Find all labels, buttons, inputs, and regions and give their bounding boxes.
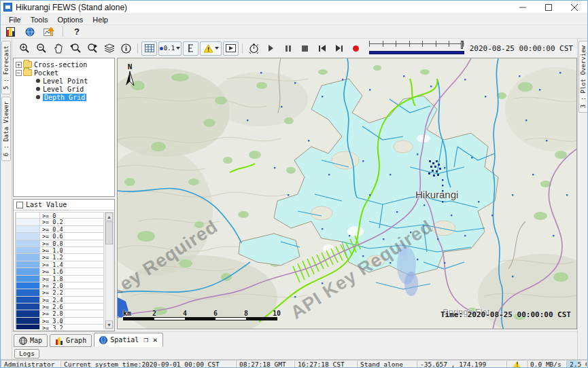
legend-swatch [16, 282, 40, 289]
zoom-next-button[interactable] [84, 41, 100, 56]
profile-button[interactable] [183, 41, 198, 56]
status-memory[interactable]: 2.5 GB [566, 360, 587, 368]
status-warning[interactable] [506, 360, 527, 368]
legend-row[interactable]: >= 2.8 [16, 310, 104, 317]
tree-node-label: Level Grid [43, 86, 84, 93]
warning-icon [203, 44, 213, 53]
globe-icon[interactable] [22, 26, 37, 38]
scale-unit: km [123, 310, 131, 317]
tab-map[interactable]: Map [14, 334, 48, 347]
timeseries-icon[interactable] [41, 26, 56, 38]
scroll-up-icon[interactable]: ▲ [105, 213, 113, 221]
menu-options[interactable]: Options [53, 15, 87, 24]
menu-help[interactable]: Help [88, 15, 112, 24]
north-arrow-icon [124, 71, 135, 86]
blue-globe-icon [99, 336, 107, 344]
undock-icon[interactable]: ❐ [143, 335, 148, 344]
animation-button[interactable] [223, 41, 239, 56]
tab-plot-overview[interactable]: 3 : Plot Overview [578, 41, 588, 113]
last-value-checkbox[interactable] [16, 202, 23, 208]
collapse-icon[interactable]: − [16, 70, 22, 76]
menu-tools[interactable]: Tools [27, 15, 52, 24]
info-icon[interactable] [118, 41, 134, 56]
scroll-down-icon[interactable]: ▼ [105, 320, 113, 329]
zoom-in-button[interactable] [16, 41, 32, 56]
tab-data-viewer[interactable]: 6 : Data Viewer [1, 96, 11, 161]
left-tab-strip: 5 : Forecast 6 : Data Viewer [1, 39, 12, 359]
map-toolbar: 0.1 [12, 39, 577, 58]
zoom-out-button[interactable] [33, 41, 49, 56]
tab-spatial[interactable]: Spatial ❐ ✕ [94, 333, 162, 347]
expand-icon[interactable]: + [16, 62, 22, 68]
menu-bar: File Tools Options Help [1, 14, 587, 25]
tree-node-level-grid[interactable]: Level Grid [36, 85, 114, 93]
warning-dropdown[interactable] [200, 41, 222, 56]
grid-display-button[interactable] [141, 41, 157, 56]
chevron-down-icon [215, 47, 219, 50]
map-canvas[interactable]: API Key Required API Key Required N Hiku… [117, 58, 577, 329]
legend-row[interactable]: >= 0 [16, 212, 104, 219]
pause-icon [286, 45, 291, 52]
menu-file[interactable]: File [5, 15, 25, 24]
main-toolbar: ? [1, 25, 587, 39]
scrollbar-thumb[interactable] [105, 221, 113, 244]
next-frame-button[interactable] [331, 41, 347, 56]
timer-button[interactable] [246, 41, 262, 56]
tree-node-label-selected: Depth Grid [43, 94, 86, 101]
tree-node-pocket[interactable]: − Pocket [16, 69, 114, 77]
tab-label: Graph [66, 337, 86, 344]
timeline-slider[interactable] [369, 41, 464, 56]
previous-frame-button[interactable] [314, 41, 330, 56]
stop-button[interactable] [297, 41, 313, 56]
tree-node-level-point[interactable]: Level Point [36, 77, 114, 85]
threshold-dropdown[interactable]: 0.1 [158, 41, 181, 56]
play-button[interactable] [263, 41, 279, 56]
layers-icon[interactable] [101, 41, 117, 56]
close-tab-icon[interactable]: ✕ [153, 335, 158, 344]
tab-label: Map [30, 337, 42, 344]
legend-swatch [16, 233, 40, 240]
timeline-thumb[interactable] [461, 41, 463, 49]
maximize-button[interactable] [536, 1, 561, 14]
window-title: Hikurangi FEWS (Stand alone) [16, 3, 127, 12]
legend-row[interactable]: >= 0.8 [16, 240, 104, 247]
minimize-button[interactable] [510, 1, 536, 14]
zoom-previous-button[interactable] [67, 41, 83, 56]
threshold-dot-icon [160, 47, 163, 50]
legend-swatch [16, 268, 40, 275]
legend-row[interactable]: >= 2.2 [16, 289, 104, 296]
logs-button[interactable]: Logs [14, 349, 39, 358]
legend-row[interactable]: >= 1.0 [16, 247, 104, 254]
legend-row[interactable]: >= 1.2 [16, 254, 104, 261]
bottom-tab-bar: Map Graph Spatial ❐ ✕ [12, 331, 577, 348]
tree-node-cross-section[interactable]: + Cross-section [16, 60, 114, 69]
warning-icon [513, 361, 521, 368]
status-user: Administrator [1, 360, 60, 368]
legend-row[interactable]: >= 2.6 [16, 303, 104, 310]
tab-forecast[interactable]: 5 : Forecast [1, 41, 11, 94]
legend-row[interactable]: >= 0.4 [16, 226, 104, 233]
legend-row[interactable]: >= 1.4 [16, 261, 104, 268]
legend-row[interactable]: >= 2.0 [16, 282, 104, 289]
bar-chart-icon [55, 337, 63, 345]
database-icon[interactable] [3, 26, 18, 38]
tab-graph[interactable]: Graph [50, 334, 92, 347]
close-button[interactable] [561, 1, 587, 14]
legend-row[interactable]: >= 3.2 [16, 325, 104, 329]
tree-node-depth-grid[interactable]: Depth Grid [36, 93, 114, 101]
status-local-time: 16:27:18 CST [294, 360, 357, 368]
status-bar: Administrator Current system time:2020-0… [1, 359, 587, 368]
legend-row[interactable]: >= 0.2 [16, 219, 104, 225]
legend-swatch [16, 240, 40, 247]
legend-scrollbar[interactable]: ▲ ▼ [105, 212, 114, 329]
legend-row[interactable]: >= 0.6 [16, 233, 104, 240]
legend-row[interactable]: >= 2.4 [16, 297, 104, 303]
legend-row[interactable]: >= 1.8 [16, 276, 104, 282]
legend-row[interactable]: >= 1.6 [16, 268, 104, 275]
record-button[interactable] [348, 41, 364, 56]
legend-row[interactable]: >= 3.0 [16, 318, 104, 325]
pan-icon[interactable] [50, 41, 66, 56]
pause-button[interactable] [280, 41, 296, 56]
help-icon[interactable]: ? [69, 26, 84, 38]
town-label: Hikurangi [415, 189, 458, 200]
